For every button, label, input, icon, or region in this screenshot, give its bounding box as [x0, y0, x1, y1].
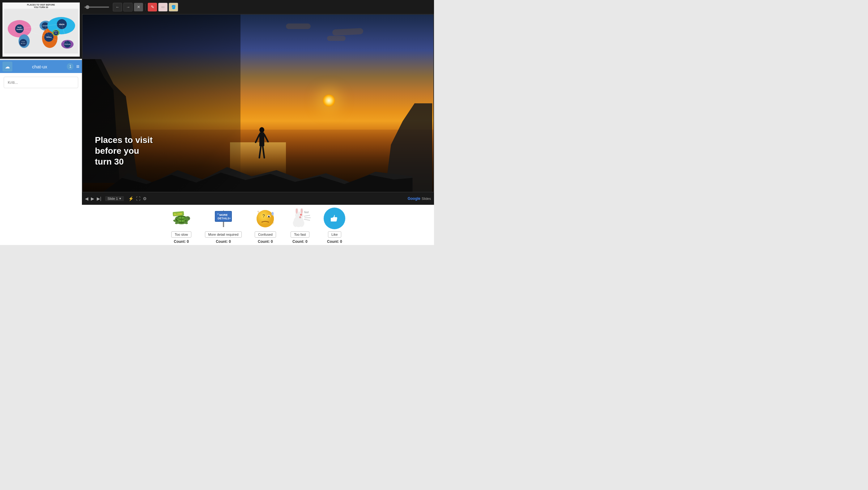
feedback-like[interactable]: Like Count: 0 — [323, 207, 346, 244]
chat-badge: 1 — [67, 63, 73, 70]
presentation-area: Places to visit before you turn 30 — [82, 14, 434, 193]
svg-text:?: ? — [272, 222, 274, 225]
pen-button[interactable]: ✎ — [148, 3, 157, 11]
settings-button[interactable]: ⚙ — [143, 196, 147, 201]
chat-title: chat-ux — [15, 64, 64, 69]
bucket-button[interactable]: 🪣 — [169, 3, 178, 11]
close-button[interactable]: ✕ — [134, 3, 143, 11]
back-button[interactable]: ← — [113, 3, 122, 11]
slide-preview-inner: PLACES TO VISIT BEFORE YOU TURN 30 North… — [2, 2, 80, 57]
cloud-2 — [327, 36, 346, 41]
play-button[interactable]: ▶ — [91, 196, 94, 201]
rabbit-svg: fast — [289, 208, 311, 229]
left-panel: PLACES TO VISIT BEFORE YOU TURN 30 North… — [0, 0, 82, 245]
too-fast-emoji: fast — [289, 207, 311, 230]
svg-text:South: South — [21, 41, 24, 42]
svg-point-71 — [268, 215, 270, 218]
slide-controls: ◀ ▶ ▶| Slide 1 ▼ ⚡ ⛶ ⚙ Google Slides — [82, 193, 434, 205]
lightning-button[interactable]: ⚡ — [128, 196, 133, 201]
svg-text:DETAILS: DETAILS — [218, 217, 229, 220]
turtle-svg: SLOW — [170, 209, 193, 228]
feedback-more-detail[interactable]: MORE DETAILS ★ ★ More detail required Co… — [205, 207, 242, 244]
confused-svg: ? ? ? — [254, 208, 276, 229]
map-title: PLACES TO VISIT BEFORE YOU TURN 30 — [27, 4, 55, 9]
world-map-svg: North America South America Europe Af — [4, 9, 78, 54]
right-panel: ← → ✕ ✎ ▭ 🪣 — [82, 0, 434, 245]
toolbar: ← → ✕ ✎ ▭ 🪣 — [82, 0, 434, 14]
slide-background: Places to visit before you turn 30 — [83, 15, 433, 192]
next-slide-button[interactable]: ▶| — [97, 196, 101, 201]
menu-icon[interactable]: ≡ — [76, 63, 80, 70]
like-emoji — [323, 207, 346, 230]
svg-line-89 — [304, 219, 310, 220]
fullscreen-button[interactable]: ⛶ — [136, 196, 140, 201]
sun-glow — [323, 94, 335, 107]
svg-text:MORE: MORE — [219, 213, 227, 217]
svg-point-84 — [299, 216, 301, 218]
sign-svg: MORE DETAILS ★ ★ — [212, 208, 235, 229]
svg-line-40 — [263, 146, 264, 158]
thumbsup-svg — [329, 213, 340, 224]
cloud-icon: ☁ — [2, 62, 12, 71]
chat-header: ☁ chat-ux 1 ≡ — [0, 60, 82, 73]
confused-emoji: ? ? ? — [254, 207, 276, 230]
chat-body — [0, 73, 82, 245]
too-fast-button[interactable]: Too fast — [290, 231, 309, 237]
svg-text:★: ★ — [217, 213, 219, 215]
slide-preview-container: PLACES TO VISIT BEFORE YOU TURN 30 North… — [0, 0, 82, 59]
svg-text:Australia: Australia — [64, 43, 70, 45]
svg-text:America: America — [21, 43, 25, 44]
more-detail-emoji: MORE DETAILS ★ ★ — [212, 207, 235, 230]
svg-point-51 — [188, 218, 189, 218]
too-slow-button[interactable]: Too slow — [171, 231, 191, 237]
svg-text:Middle: Middle — [54, 31, 57, 32]
zoom-track — [84, 6, 109, 8]
thumbsup-circle — [323, 208, 345, 229]
slide-indicator[interactable]: Slide 1 ▼ — [105, 196, 124, 201]
slide-main: Places to visit before you turn 30 — [83, 15, 433, 192]
svg-text:★: ★ — [229, 217, 231, 219]
too-fast-count: Count: 0 — [292, 239, 308, 244]
zoom-control[interactable] — [84, 6, 109, 8]
confused-count: Count: 0 — [258, 239, 273, 244]
svg-text:East: East — [55, 33, 57, 34]
google-slides-logo: Google Slides — [408, 196, 431, 201]
like-button[interactable]: Like — [328, 231, 341, 237]
svg-point-72 — [269, 216, 270, 217]
like-count: Count: 0 — [327, 239, 342, 244]
slide-text-overlay: Places to visit before you turn 30 — [95, 135, 153, 167]
svg-line-87 — [304, 215, 310, 216]
chat-input[interactable] — [4, 77, 78, 88]
zoom-thumb — [86, 5, 89, 9]
svg-text:fast: fast — [304, 211, 309, 214]
prev-slide-button[interactable]: ◀ — [85, 196, 88, 201]
chat-panel: ☁ chat-ux 1 ≡ — [0, 60, 82, 245]
more-detail-button[interactable]: More detail required — [205, 231, 242, 237]
confused-button[interactable]: Confused — [255, 231, 276, 237]
forward-button[interactable]: → — [123, 3, 133, 11]
feedback-too-fast[interactable]: fast Too fast Count: 0 — [289, 207, 311, 244]
svg-line-39 — [259, 146, 261, 158]
svg-line-37 — [256, 135, 259, 142]
cloud-3 — [286, 24, 311, 29]
feedback-confused[interactable]: ? ? ? Confused Count: 0 — [254, 207, 276, 244]
svg-rect-91 — [331, 218, 332, 222]
more-detail-count: Count: 0 — [216, 239, 231, 244]
too-slow-count: Count: 0 — [174, 239, 189, 244]
svg-text:North: North — [17, 26, 21, 28]
svg-point-35 — [259, 127, 264, 133]
feedback-row: SLOW Too slow Count: 0 MORE — [82, 205, 434, 245]
too-slow-emoji: SLOW — [170, 207, 193, 230]
svg-text:?: ? — [257, 210, 259, 215]
svg-line-38 — [264, 135, 268, 142]
toolbar-separator — [145, 4, 146, 10]
feedback-too-slow[interactable]: SLOW Too slow Count: 0 — [170, 207, 193, 244]
svg-point-83 — [301, 214, 302, 215]
eraser-button[interactable]: ▭ — [158, 3, 167, 11]
map-container: PLACES TO VISIT BEFORE YOU TURN 30 North… — [2, 2, 80, 57]
svg-text:?: ? — [262, 213, 265, 219]
